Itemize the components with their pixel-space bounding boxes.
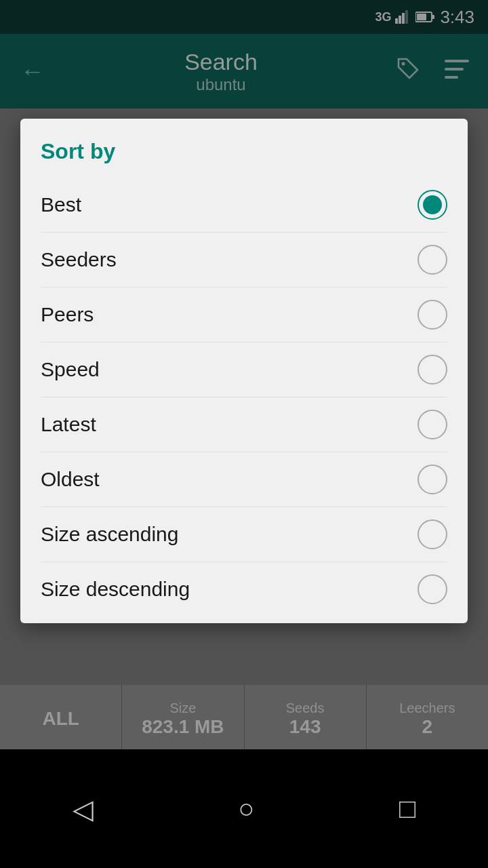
radio-circle bbox=[418, 519, 447, 549]
dialog-title: Sort by bbox=[41, 139, 447, 164]
sort-options-list: BestSeedersPeersSpeedLatestOldestSize as… bbox=[41, 178, 447, 616]
sort-option-label: Latest bbox=[41, 413, 96, 436]
sort-option-label: Speed bbox=[41, 358, 100, 381]
sort-dialog: Sort by BestSeedersPeersSpeedLatestOldes… bbox=[20, 119, 468, 623]
sort-option-best[interactable]: Best bbox=[41, 178, 447, 233]
sort-option-label: Size ascending bbox=[41, 523, 178, 546]
sort-option-label: Seeders bbox=[41, 248, 117, 271]
nav-home-button[interactable]: ○ bbox=[224, 780, 268, 837]
sort-option-size-descending[interactable]: Size descending bbox=[41, 562, 447, 616]
radio-circle bbox=[418, 245, 447, 275]
radio-circle bbox=[418, 190, 447, 220]
radio-circle bbox=[418, 574, 447, 604]
sort-option-seeders[interactable]: Seeders bbox=[41, 233, 447, 288]
sort-option-peers[interactable]: Peers bbox=[41, 288, 447, 342]
sort-option-latest[interactable]: Latest bbox=[41, 397, 447, 452]
sort-option-label: Oldest bbox=[41, 468, 100, 491]
radio-inner-dot bbox=[423, 195, 442, 214]
sort-option-oldest[interactable]: Oldest bbox=[41, 452, 447, 507]
radio-circle bbox=[418, 355, 447, 384]
sort-option-label: Best bbox=[41, 193, 81, 216]
modal-overlay[interactable]: Sort by BestSeedersPeersSpeedLatestOldes… bbox=[0, 0, 488, 749]
sort-option-label: Size descending bbox=[41, 578, 190, 601]
sort-option-speed[interactable]: Speed bbox=[41, 342, 447, 397]
sort-option-size-ascending[interactable]: Size ascending bbox=[41, 507, 447, 562]
radio-circle bbox=[418, 465, 447, 494]
nav-bar: ◁ ○ □ bbox=[0, 749, 488, 868]
sort-option-label: Peers bbox=[41, 303, 94, 326]
nav-recent-button[interactable]: □ bbox=[386, 780, 429, 837]
radio-circle bbox=[418, 300, 447, 330]
radio-circle bbox=[418, 410, 447, 439]
nav-back-button[interactable]: ◁ bbox=[59, 780, 107, 838]
